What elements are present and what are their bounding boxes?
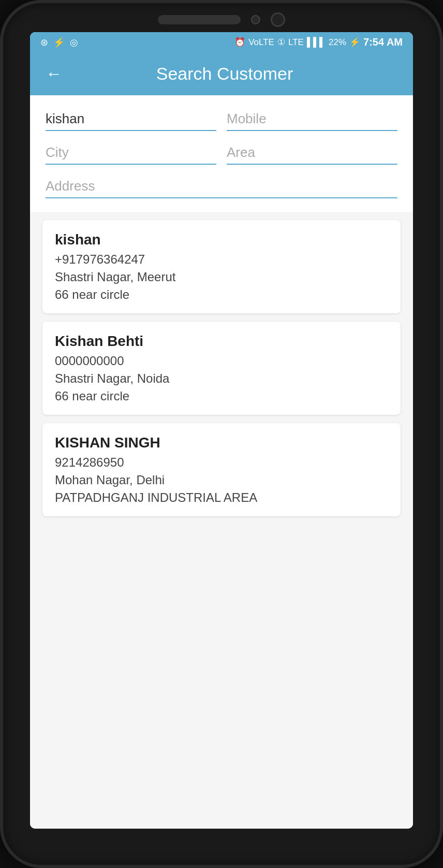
wechat-icon: ⊛ [40, 37, 48, 48]
form-row-name-mobile [46, 108, 397, 131]
phone-camera [271, 12, 285, 27]
customer-phone-2: 9214286950 [55, 455, 388, 470]
customer-area-0: Shastri Nagar, Meerut [55, 270, 388, 284]
customer-phone-0: +917976364247 [55, 252, 388, 267]
search-form [30, 95, 413, 212]
mobile-field-container [227, 108, 397, 131]
customer-area-1: Shastri Nagar, Noida [55, 371, 388, 386]
usb-icon: ⚡ [53, 37, 65, 48]
results-list: kishan +917976364247 Shastri Nagar, Meer… [30, 212, 413, 829]
signal-icon: ▌▌▌ [307, 37, 326, 48]
sim-icon: ① [277, 37, 285, 48]
customer-address-0: 66 near circle [55, 287, 388, 302]
whatsapp-icon: ◎ [70, 37, 78, 48]
page-title: Search Customer [72, 64, 397, 84]
address-field-container [46, 175, 397, 198]
speaker-grille [158, 15, 241, 24]
screen: ⊛ ⚡ ◎ ⏰ VoLTE ① LTE ▌▌▌ 22% ⚡ 7:54 AM ← … [30, 32, 413, 829]
customer-area-2: Mohan Nagar, Delhi [55, 473, 388, 487]
area-input[interactable] [227, 141, 397, 165]
customer-phone-1: 0000000000 [55, 354, 388, 368]
status-bar: ⊛ ⚡ ◎ ⏰ VoLTE ① LTE ▌▌▌ 22% ⚡ 7:54 AM [30, 32, 413, 52]
customer-name-0: kishan [55, 232, 388, 248]
customer-address-1: 66 near circle [55, 389, 388, 403]
app-header: ← Search Customer [30, 52, 413, 95]
customer-name-2: KISHAN SINGH [55, 435, 388, 451]
battery-percent: 22% [329, 37, 346, 48]
result-card-0[interactable]: kishan +917976364247 Shastri Nagar, Meer… [42, 220, 401, 313]
city-field-container [46, 141, 216, 165]
name-field-container [46, 108, 216, 131]
result-card-2[interactable]: KISHAN SINGH 9214286950 Mohan Nagar, Del… [42, 423, 401, 516]
customer-name-1: Kishan Behti [55, 333, 388, 350]
city-input[interactable] [46, 141, 216, 165]
phone-top-bar [3, 3, 440, 32]
address-input[interactable] [46, 175, 397, 198]
phone-shell: ⊛ ⚡ ◎ ⏰ VoLTE ① LTE ▌▌▌ 22% ⚡ 7:54 AM ← … [0, 0, 443, 868]
phone-dot [251, 15, 260, 24]
status-right: ⏰ VoLTE ① LTE ▌▌▌ 22% ⚡ 7:54 AM [234, 36, 403, 48]
battery-icon: ⚡ [349, 37, 360, 48]
status-icons-left: ⊛ ⚡ ◎ [40, 37, 78, 48]
mobile-input[interactable] [227, 108, 397, 131]
back-button[interactable]: ← [46, 64, 62, 83]
status-time: 7:54 AM [363, 36, 403, 48]
form-row-city-area [46, 141, 397, 165]
lte-icon: LTE [288, 37, 304, 48]
network-text: VoLTE [248, 37, 274, 48]
customer-address-2: PATPADHGANJ INDUSTRIAL AREA [55, 490, 388, 505]
area-field-container [227, 141, 397, 165]
alarm-icon: ⏰ [234, 37, 245, 48]
result-card-1[interactable]: Kishan Behti 0000000000 Shastri Nagar, N… [42, 322, 401, 415]
name-input[interactable] [46, 108, 216, 131]
